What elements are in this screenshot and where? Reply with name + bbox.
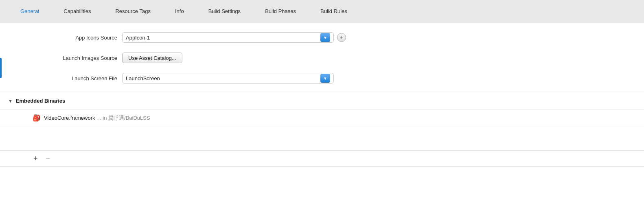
launch-screen-label: Launch Screen File (0, 75, 122, 81)
chevron-down-icon: ▼ (323, 76, 327, 81)
collapse-triangle-icon[interactable]: ▼ (8, 99, 13, 103)
tab-build-settings[interactable]: Build Settings (196, 0, 253, 23)
app-icons-value: AppIcon-1 (126, 35, 319, 41)
app-icons-dropdown-btn[interactable]: ▼ (320, 33, 330, 42)
chevron-down-icon: ▼ (323, 35, 327, 40)
launch-images-label: Launch Images Source (0, 55, 122, 61)
tab-general[interactable]: General (8, 0, 51, 23)
framework-path: ...in 翼呼通/BaiDuLSS (98, 114, 150, 122)
remove-binary-button[interactable]: − (45, 155, 51, 162)
app-icons-dropdown[interactable]: AppIcon-1 ▼ (122, 32, 334, 43)
content-area: App Icons Source AppIcon-1 ▼ + Launch Im… (0, 23, 644, 211)
launch-screen-dropdown-btn[interactable]: ▼ (320, 74, 330, 83)
tab-capabilities[interactable]: Capabilities (51, 0, 103, 23)
app-icons-row: App Icons Source AppIcon-1 ▼ + (0, 27, 644, 48)
use-asset-catalog-button[interactable]: Use Asset Catalog... (122, 53, 182, 63)
empty-binaries-area (0, 126, 644, 151)
launch-images-row: Launch Images Source Use Asset Catalog..… (0, 48, 644, 68)
form-section: App Icons Source AppIcon-1 ▼ + Launch Im… (0, 23, 644, 88)
tab-bar: General Capabilities Resource Tags Info … (0, 0, 644, 23)
framework-icon: 🎒 (33, 114, 41, 122)
blue-indicator (0, 58, 2, 78)
launch-screen-dropdown[interactable]: LaunchScreen ▼ (122, 73, 334, 84)
add-binary-button[interactable]: + (33, 155, 39, 162)
app-icons-add-btn[interactable]: + (337, 33, 346, 42)
app-icons-label: App Icons Source (0, 35, 122, 41)
embedded-binaries-section-header: ▼ Embedded Binaries (0, 92, 644, 110)
launch-screen-row: Launch Screen File LaunchScreen ▼ (0, 68, 644, 88)
tab-build-phases[interactable]: Build Phases (253, 0, 308, 23)
embedded-binaries-title: Embedded Binaries (16, 98, 65, 104)
app-icons-control-area: AppIcon-1 ▼ + (122, 32, 620, 43)
binaries-action-bar: + − (0, 151, 644, 167)
framework-name: VideoCore.framework (44, 115, 95, 121)
tab-info[interactable]: Info (163, 0, 196, 23)
launch-images-control-area: Use Asset Catalog... (122, 53, 620, 63)
tab-build-rules[interactable]: Build Rules (308, 0, 359, 23)
launch-screen-value: LaunchScreen (126, 75, 319, 81)
tab-resource-tags[interactable]: Resource Tags (103, 0, 162, 23)
plus-circle-icon: + (340, 35, 343, 40)
launch-screen-control-area: LaunchScreen ▼ (122, 73, 620, 84)
binaries-list: 🎒 VideoCore.framework ...in 翼呼通/BaiDuLSS (0, 110, 644, 151)
list-item: 🎒 VideoCore.framework ...in 翼呼通/BaiDuLSS (0, 110, 644, 126)
